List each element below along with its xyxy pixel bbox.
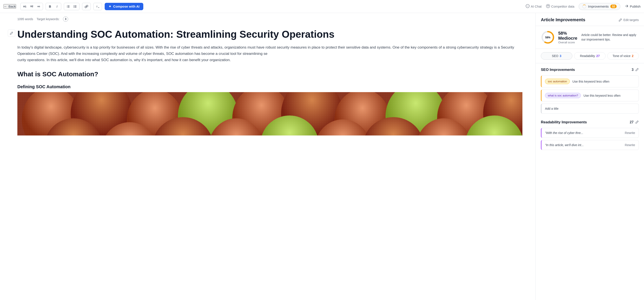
tab-seo-count: 3 bbox=[560, 54, 561, 58]
ai-chat-label: AI Chat bbox=[531, 4, 542, 8]
tab-tone-label: Tone of voice bbox=[612, 54, 630, 58]
publish-button[interactable]: Publish bbox=[625, 4, 640, 9]
svg-point-10 bbox=[74, 6, 74, 6]
svg-text:3: 3 bbox=[67, 7, 67, 8]
svg-point-16 bbox=[528, 6, 528, 6]
readability-improvements-section: Readability Improvements 27 "With the ri… bbox=[536, 120, 644, 156]
back-button[interactable]: ← Back bbox=[4, 4, 16, 9]
section-h3: Defining SOC Automation bbox=[17, 83, 522, 90]
score-sublabel: Overall score bbox=[558, 41, 578, 44]
readability-edit-button[interactable] bbox=[635, 120, 639, 125]
article-title: Understanding SOC Automation: Streamlini… bbox=[17, 29, 522, 40]
seo-edit-button[interactable] bbox=[635, 68, 639, 72]
ai-chat-button[interactable]: AI Chat bbox=[526, 4, 542, 9]
heading-format-group: H1 H2 H3 bbox=[20, 3, 43, 10]
competitor-icon bbox=[546, 4, 550, 9]
tab-tone-count: 2 bbox=[632, 54, 634, 58]
clear-format-button[interactable]: T bbox=[94, 3, 101, 9]
h3-button[interactable]: H3 bbox=[36, 3, 42, 9]
svg-point-15 bbox=[527, 6, 527, 6]
text-format-group: B I bbox=[46, 3, 61, 10]
competitor-label: Competitor data bbox=[551, 4, 574, 8]
link-button[interactable] bbox=[83, 3, 90, 9]
toolbar: ← Back H1 H2 H3 B I 123 T ✦ Compose with… bbox=[0, 0, 644, 13]
sidebar-title: Article Improvements bbox=[541, 17, 586, 22]
readability-action-2: Rewrite bbox=[625, 143, 635, 147]
compose-with-ai-button[interactable]: ✦ Compose with AI bbox=[105, 3, 143, 10]
readability-section-title: Readability Improvements bbox=[541, 120, 587, 125]
competitor-data-button[interactable]: Competitor data bbox=[546, 4, 574, 9]
improvements-label: Improvements bbox=[588, 4, 608, 8]
h1-button[interactable]: H1 bbox=[22, 3, 28, 9]
svg-text:58%: 58% bbox=[545, 36, 550, 39]
italic-button[interactable]: I bbox=[54, 3, 60, 9]
improvements-button[interactable]: Improvements 32 bbox=[579, 3, 620, 10]
score-section: 58% 58% Mediocre Overall score Article c… bbox=[536, 26, 644, 49]
score-circle: 58% bbox=[541, 30, 555, 44]
ordered-list-button[interactable]: 123 bbox=[65, 3, 72, 9]
word-count: 1095 words bbox=[17, 17, 33, 21]
readability-item-1: "With the rise of cyber thre... Rewrite bbox=[541, 128, 639, 138]
score-tabs: SEO 3 Readability 27 Tone of voice 2 bbox=[536, 49, 644, 63]
improvements-count-badge: 32 bbox=[610, 4, 616, 8]
word-count-bar: 1095 words Target keywords: 3 bbox=[17, 13, 522, 23]
tab-readability[interactable]: Readability 27 bbox=[574, 52, 606, 60]
tab-seo-label: SEO bbox=[552, 54, 558, 58]
clear-format-group: T bbox=[93, 3, 102, 10]
h2-button[interactable]: H2 bbox=[28, 3, 35, 9]
list-format-group: 123 bbox=[64, 3, 80, 10]
score-heading: 58% Mediocre bbox=[558, 31, 578, 41]
seo-improvements-header: SEO Improvements 3 bbox=[541, 68, 639, 72]
edit-targets-label: Edit targets bbox=[623, 18, 639, 22]
image-overlay bbox=[17, 92, 522, 136]
svg-text:T: T bbox=[96, 5, 98, 8]
keyword-count-badge: 3 bbox=[63, 16, 68, 22]
seo-improvements-section: SEO Improvements 3 soc automation Use th… bbox=[536, 63, 644, 120]
toolbar-right: AI Chat Competitor data Improvements 32 … bbox=[526, 3, 640, 10]
sidebar-header: Article Improvements Edit targets bbox=[536, 13, 644, 26]
ai-chat-icon bbox=[526, 4, 530, 9]
score-info: 58% Mediocre Overall score bbox=[558, 31, 578, 44]
seo-item-2-text: Use this keyword less often bbox=[584, 94, 620, 97]
bold-button[interactable]: B bbox=[47, 3, 53, 9]
readability-item-2: "In this article, we'll dive int... Rewr… bbox=[541, 140, 639, 150]
body-paragraph-2: curity operations. In this article, we'l… bbox=[17, 57, 522, 63]
section-h2: What is SOC Automation? bbox=[17, 68, 522, 80]
link-format-group bbox=[82, 3, 91, 10]
readability-count-badge: 27 bbox=[630, 120, 634, 124]
wand-icon: ✦ bbox=[108, 4, 112, 8]
article-image bbox=[17, 92, 522, 136]
seo-item-1: soc automation Use this keyword less oft… bbox=[541, 75, 639, 87]
edit-targets-button[interactable]: Edit targets bbox=[618, 18, 639, 22]
back-arrow-icon: ← bbox=[4, 4, 7, 8]
svg-point-17 bbox=[528, 6, 528, 6]
compose-label: Compose with AI bbox=[113, 4, 140, 8]
article-body[interactable]: In today's digital landscape, cybersecur… bbox=[17, 44, 522, 136]
publish-arrow-icon bbox=[625, 4, 628, 9]
publish-label: Publish bbox=[630, 4, 640, 8]
target-keywords-label: Target keywords: bbox=[36, 17, 60, 21]
main-layout: 1095 words Target keywords: 3 Understand… bbox=[0, 13, 644, 300]
edit-title-button[interactable] bbox=[8, 29, 15, 37]
seo-item-2: what is soc automation? Use this keyword… bbox=[541, 90, 639, 101]
readability-action-1: Rewrite bbox=[625, 131, 635, 135]
tab-readability-label: Readability bbox=[580, 54, 595, 58]
editor-area[interactable]: 1095 words Target keywords: 3 Understand… bbox=[0, 13, 536, 300]
seo-count-badge: 3 bbox=[632, 68, 634, 72]
keyword-tag-what-is-soc: what is soc automation? bbox=[545, 93, 581, 98]
score-description: Article could be better. Review and appl… bbox=[581, 33, 639, 42]
tab-readability-count: 27 bbox=[596, 54, 600, 58]
svg-point-11 bbox=[74, 7, 74, 7]
readability-quote-2: "In this article, we'll dive int... bbox=[545, 143, 622, 147]
seo-item-3: Add a title bbox=[541, 104, 639, 114]
back-label: Back bbox=[8, 4, 16, 8]
seo-item-1-text: Use this keyword less often bbox=[572, 80, 609, 83]
improvements-spinner-icon bbox=[582, 4, 586, 8]
seo-section-title: SEO Improvements bbox=[541, 68, 575, 72]
seo-item-3-text: Add a title bbox=[545, 107, 558, 110]
body-paragraph-1: In today's digital landscape, cybersecur… bbox=[17, 44, 522, 57]
keyword-tag-soc-automation: soc automation bbox=[545, 79, 570, 84]
tab-tone-of-voice[interactable]: Tone of voice 2 bbox=[607, 52, 639, 60]
tab-seo[interactable]: SEO 3 bbox=[541, 52, 572, 60]
unordered-list-button[interactable] bbox=[72, 3, 78, 9]
